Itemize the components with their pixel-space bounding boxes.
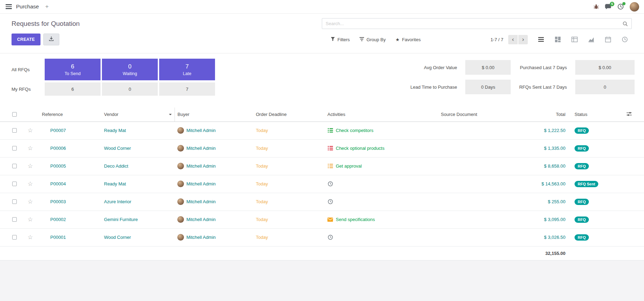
rfq-reference-link[interactable]: P00006	[50, 146, 66, 151]
list-activity-icon[interactable]	[327, 164, 333, 168]
favorite-star-icon[interactable]: ☆	[28, 181, 33, 187]
apps-menu-icon[interactable]	[6, 3, 12, 10]
table-row[interactable]: ☆ P00003 Azure Interior Mitchell Admin T…	[0, 193, 644, 211]
view-graph-button[interactable]	[588, 36, 594, 43]
view-list-button[interactable]	[538, 36, 544, 43]
favorite-star-icon[interactable]: ☆	[28, 234, 33, 241]
activities-clock-icon[interactable]	[617, 3, 624, 10]
pager-previous-button[interactable]: ‹	[508, 35, 518, 44]
column-header-order-deadline[interactable]: Order Deadline	[253, 108, 325, 122]
app-name[interactable]: Purchase	[16, 3, 39, 10]
rfq-reference-link[interactable]: P00005	[50, 163, 66, 169]
table-row[interactable]: ☆ P00005 Deco Addict Mitchell Admin Toda…	[0, 157, 644, 175]
table-row[interactable]: ☆ P00006 Wood Corner Mitchell Admin Toda…	[0, 139, 644, 157]
clock-activity-icon[interactable]	[327, 235, 333, 240]
rfq-reference-link[interactable]: P00001	[50, 235, 66, 240]
envelope-activity-icon[interactable]	[327, 218, 333, 222]
activity-label[interactable]: Get approval	[336, 163, 362, 169]
search-box[interactable]	[322, 18, 632, 29]
search-icon[interactable]	[622, 21, 628, 27]
row-checkbox[interactable]	[12, 146, 17, 150]
tile-waiting[interactable]: 0 Waiting	[102, 59, 158, 80]
favorite-star-icon[interactable]: ☆	[28, 163, 33, 169]
user-avatar[interactable]	[630, 2, 639, 12]
rfq-reference-link[interactable]: P00002	[50, 217, 66, 222]
favorite-star-icon[interactable]: ☆	[28, 198, 33, 205]
column-header-total[interactable]: Total	[510, 108, 568, 122]
table-row[interactable]: ☆ P00001 Wood Corner Mitchell Admin Toda…	[0, 228, 644, 246]
plus-icon[interactable]: +	[45, 3, 49, 10]
source-document-cell	[438, 122, 510, 139]
activity-label[interactable]: Check optional products	[336, 146, 384, 151]
list-activity-icon[interactable]	[327, 146, 333, 150]
group-by-icon	[360, 37, 364, 42]
row-checkbox[interactable]	[12, 217, 17, 222]
buyer-avatar	[177, 145, 184, 152]
rfq-reference-link[interactable]: P00004	[50, 181, 66, 186]
row-checkbox[interactable]	[12, 164, 17, 168]
total-amount: $ 255.00	[548, 199, 565, 204]
dashboard-stats: Avg Order Value $ 0.00 Purchased Last 7 …	[410, 59, 635, 96]
tile-my-to-send[interactable]: 6	[45, 82, 101, 96]
vendor-name: Ready Mat	[104, 128, 126, 133]
messages-icon[interactable]: 5	[605, 4, 612, 10]
column-header-buyer[interactable]: Buyer	[175, 108, 253, 122]
top-navbar: Purchase + 5	[0, 0, 644, 14]
search-input[interactable]	[322, 21, 622, 26]
group-by-button[interactable]: Group By	[360, 37, 386, 42]
purchase-dashboard: All RFQs My RFQs 6 To Send 6 0 Waiting 0…	[0, 53, 644, 103]
column-header-activities[interactable]: Activities	[325, 108, 438, 122]
pager-value[interactable]: 1-7 / 7	[490, 37, 503, 42]
favorite-star-icon[interactable]: ☆	[28, 127, 33, 134]
column-header-reference[interactable]: Reference	[39, 108, 101, 122]
select-all-checkbox[interactable]	[12, 112, 17, 117]
activity-label[interactable]: Check competitors	[336, 128, 373, 133]
vendor-name: Wood Corner	[104, 146, 131, 151]
row-checkbox[interactable]	[12, 199, 17, 204]
clock-activity-icon[interactable]	[327, 199, 333, 204]
view-calendar-button[interactable]	[605, 36, 611, 43]
table-row[interactable]: ☆ P00002 Gemini Furniture Mitchell Admin…	[0, 211, 644, 228]
sort-descending-icon	[169, 114, 172, 117]
export-button[interactable]	[43, 34, 59, 45]
rfq-reference-link[interactable]: P00003	[50, 199, 66, 204]
favorites-button[interactable]: ★ Favorites	[395, 37, 421, 42]
row-checkbox[interactable]	[12, 182, 17, 186]
favorite-star-icon[interactable]: ☆	[28, 216, 33, 223]
debug-bug-icon[interactable]	[593, 4, 599, 9]
tile-late[interactable]: 7 Late	[159, 59, 215, 80]
column-header-vendor[interactable]: Vendor	[101, 108, 175, 122]
status-badge: RFQ	[575, 145, 589, 152]
source-document-cell	[438, 139, 510, 157]
total-sum: 32,155.00	[510, 246, 568, 260]
rfq-reference-link[interactable]: P00007	[50, 128, 66, 133]
filters-button[interactable]: Filters	[331, 37, 350, 42]
view-kanban-button[interactable]	[555, 36, 561, 43]
avg-order-value: $ 0.00	[465, 60, 511, 75]
buyer-name: Mitchell Admin	[186, 217, 216, 222]
tile-my-waiting[interactable]: 0	[102, 82, 158, 96]
row-checkbox[interactable]	[12, 128, 17, 133]
table-footer-row: 32,155.00	[0, 246, 644, 260]
row-checkbox[interactable]	[12, 235, 17, 240]
table-row[interactable]: ☆ P00004 Ready Mat Mitchell Admin Today …	[0, 175, 644, 193]
tile-to-send[interactable]: 6 To Send	[45, 59, 101, 80]
tile-my-late[interactable]: 7	[159, 82, 215, 96]
view-pivot-button[interactable]	[571, 36, 578, 43]
pager-next-button[interactable]: ›	[518, 35, 528, 44]
status-badge: RFQ Sent	[575, 181, 598, 187]
buyer-avatar	[177, 216, 184, 223]
activity-label[interactable]: Send specifications	[336, 217, 375, 222]
rfqs-sent-last-7-days: 0	[575, 80, 635, 94]
column-header-status[interactable]: Status	[568, 108, 614, 122]
order-deadline: Today	[256, 163, 268, 169]
column-header-source-document[interactable]: Source Document	[438, 108, 510, 122]
view-activity-button[interactable]	[622, 36, 628, 43]
clock-activity-icon[interactable]	[327, 181, 333, 186]
table-row[interactable]: ☆ P00007 Ready Mat Mitchell Admin Today …	[0, 122, 644, 139]
create-button[interactable]: CREATE	[12, 34, 40, 45]
vendor-name: Azure Interior	[104, 199, 131, 204]
favorite-star-icon[interactable]: ☆	[28, 145, 33, 152]
optional-columns-button[interactable]	[614, 108, 644, 122]
list-activity-icon[interactable]	[327, 128, 333, 133]
